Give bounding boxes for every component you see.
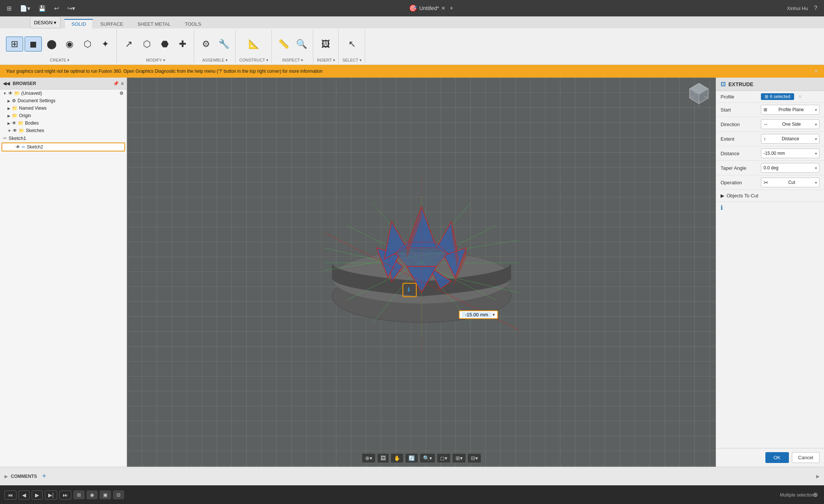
modify-group-label[interactable]: MODIFY ▾ [146,58,165,63]
create-loft-tool[interactable]: ⬡ [79,37,96,51]
extent-label: Extent [721,136,758,142]
view-mode-button[interactable]: ▣ [100,491,111,499]
modify-press-pull-tool[interactable]: ↗ [121,37,137,51]
create-new-component-tool[interactable]: ⊞ [6,37,23,51]
chamfer-icon: ⬣ [159,38,171,50]
modify-move-tool[interactable]: ✚ [174,37,191,51]
browser-item-sketch1[interactable]: ✏ Sketch1 [0,134,127,142]
step-back-button[interactable]: ◀ [19,491,29,500]
distance-input[interactable]: -15.00 mm ▾ [761,148,820,158]
insert-group-label[interactable]: INSERT ▾ [317,58,335,63]
inspect-measure-tool[interactable]: 📏 [276,37,292,51]
direction-select[interactable]: ↔ One Side ▾ [761,119,820,129]
save-button[interactable]: 💾 [36,4,48,13]
origin-point-button[interactable]: ⊕▾ [362,453,376,463]
skip-to-end-button[interactable]: ⏭ [59,491,71,500]
collapse-comments-icon[interactable]: ▶ [4,474,8,479]
cancel-button[interactable]: Cancel [792,452,820,463]
assemble-joint-tool[interactable]: ⚙ [198,37,214,51]
distance-row: Distance -15.00 mm ▾ [716,146,824,161]
grid-menu-button[interactable]: ⊞ [4,4,14,13]
panel-display-button[interactable]: ◉ [87,491,97,499]
create-revolve-tool[interactable]: ⬤ [43,37,60,51]
redo-button[interactable]: ↪▾ [65,4,77,13]
taper-angle-row: Taper Angle 0.0 deg ▾ [716,161,824,175]
close-tab-button[interactable]: × [441,4,445,12]
select-tool[interactable]: ↖ [344,37,360,51]
browser-item-unsaved[interactable]: ▼ 👁 📁 (Unsaved) ⚙ [0,90,127,97]
active-view-button[interactable]: ⊟ [113,491,124,499]
objects-to-cut-section[interactable]: ▶ Objects To Cut [716,190,824,202]
add-comment-button[interactable]: + [40,472,49,481]
browser-item-bodies[interactable]: ▶ 👁 📁 Bodies [0,119,127,127]
browser-item-doc-settings[interactable]: ▶ ⚙ Document Settings [0,97,127,104]
dropdown-arrow-icon[interactable]: ▾ [492,312,495,317]
inspect-group-label[interactable]: INSPECT ▾ [282,58,304,63]
frame-display-button[interactable]: ⊞ [74,491,84,499]
assemble-group-label[interactable]: ASSEMBLE ▾ [202,58,228,63]
pan-button[interactable]: ✋ [391,453,404,463]
design-dropdown-button[interactable]: DESIGN ▾ [30,16,60,28]
tab-tools[interactable]: TOOLS [178,19,208,28]
browser-item-origin[interactable]: ▶ 📁 Origin [0,112,127,119]
distance-field[interactable] [462,312,492,317]
construct-group-label[interactable]: CONSTRUCT ▾ [239,58,268,63]
browser-item-sketch2[interactable]: 👁 ✏ Sketch2 [1,143,125,151]
warning-text: Your graphics card might not be optimal … [6,69,323,74]
browser-item-sketches[interactable]: ▼ 👁 📁 Sketches [0,127,127,134]
create-sweep-tool[interactable]: ◉ [61,37,78,51]
expand-comments-button[interactable]: ▶ [816,474,820,479]
insert-svg-tool[interactable]: 🖼 [318,37,334,51]
extent-select[interactable]: ↕ Distance ▾ [761,134,820,144]
orbit-button[interactable]: 🔄 [405,453,418,463]
play-button[interactable]: ▶ [32,491,43,500]
warning-close-button[interactable]: × [814,68,818,75]
profile-badge[interactable]: ⊞ 6 selected [761,93,794,100]
create-group-label[interactable]: CREATE ▾ [50,58,70,63]
display-settings-button[interactable]: ◻▾ [437,453,451,463]
create-extrude-tool[interactable]: ◼ [25,37,42,51]
tab-surface[interactable]: SURFACE [93,19,130,28]
construct-plane-tool[interactable]: 📐 [246,37,262,51]
panel-info-bar: ℹ [716,202,824,213]
tab-solid[interactable]: SOLID [64,19,93,28]
taper-angle-value: 0.0 deg ▾ [761,163,820,173]
view-cube[interactable]: TOP FR RT S [686,81,712,107]
create-pattern-tool[interactable]: ✦ [97,37,114,51]
modify-chamfer-tool[interactable]: ⬣ [156,37,173,51]
look-at-button[interactable]: 🔍▾ [420,453,435,463]
grid-settings-button[interactable]: ⊞▾ [452,453,466,463]
browser-menu-button[interactable]: ≡ [121,81,124,86]
ribbon-group-construct: 📐 CONSTRUCT ▾ [236,30,272,63]
viewport-distance-input[interactable]: ▾ [459,310,498,319]
new-file-button[interactable]: 📄▾ [18,4,32,13]
ok-button[interactable]: OK [765,452,789,463]
taper-angle-input[interactable]: 0.0 deg ▾ [761,163,820,173]
tab-sheet-metal[interactable]: SHEET METAL [130,19,178,28]
start-select[interactable]: ⊞ Profile Plane ▾ [761,105,820,115]
inspect-analysis-tool[interactable]: 🔍 [293,37,310,51]
browser-pin-button[interactable]: 📌 [113,81,119,86]
new-component-icon: ⊞ [9,38,21,50]
help-button[interactable]: ? [812,4,820,12]
operation-select[interactable]: ✂ Cut ▾ [761,178,820,187]
ribbon: DESIGN ▾ SOLID SURFACE SHEET METAL TOOLS… [0,16,824,65]
settings-button[interactable]: ⚙ [811,491,820,499]
measure-icon: 📏 [278,38,290,50]
select-group-label[interactable]: SELECT ▾ [342,58,362,63]
assemble-motion-tool[interactable]: 🔧 [216,37,232,51]
clear-profile-button[interactable]: ✕ [798,94,802,100]
eye-icon: 👁 [16,144,20,150]
add-tab-button[interactable]: + [447,4,455,12]
ribbon-group-modify: ↗ ⬡ ⬣ ✚ MODIFY ▾ [118,30,194,63]
undo-button[interactable]: ↩ [52,4,61,13]
viewport[interactable]: ⬇ ▾ TOP FR RT S [127,78,716,467]
step-forward-button[interactable]: ▶| [45,491,57,500]
viewport-layout-button[interactable]: ⊟▾ [467,453,481,463]
display-mode-button[interactable]: 🖼 [377,453,389,463]
collapse-browser-button[interactable]: ◀◀ [3,81,10,86]
analysis-icon: 🔍 [296,38,308,50]
browser-item-named-views[interactable]: ▶ 📁 Named Views [0,104,127,112]
skip-to-start-button[interactable]: ⏮ [4,491,16,500]
modify-fillet-tool[interactable]: ⬡ [139,37,155,51]
